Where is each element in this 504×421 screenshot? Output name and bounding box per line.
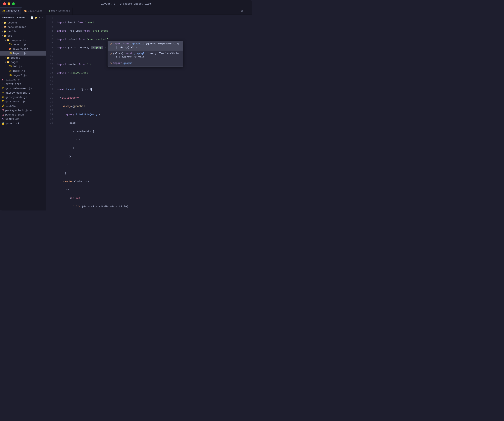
js-file-icon: JS	[9, 52, 12, 55]
code-line-10: <StaticQuery	[57, 96, 252, 100]
sidebar-item-gatsby-node[interactable]: JS gatsby-node.js	[0, 95, 46, 99]
refresh-icon[interactable]: ↻	[39, 16, 41, 19]
more-actions-icon[interactable]: ···	[245, 10, 250, 13]
sidebar-item-package-json[interactable]: {} package.json	[0, 113, 46, 117]
code-line-1: import React from 'react'	[57, 21, 252, 25]
js-file-icon: JS	[2, 87, 4, 90]
sidebar-label-gitignore: .gitignore	[4, 78, 19, 81]
tab-label-layout-css: layout.css	[28, 10, 42, 12]
code-line-20: render={data => (	[57, 179, 252, 184]
sidebar-item-gatsby-browser[interactable]: JS gatsby-browser.js	[0, 86, 46, 91]
folder-open-icon: 📂	[7, 61, 10, 64]
sidebar-label-cache: .cache	[8, 21, 17, 24]
js-file-icon: JS	[9, 70, 12, 72]
tab-user-settings[interactable]: {} User Settings	[45, 8, 72, 15]
sidebar-item-layout-css[interactable]: 🎨 layout.css	[0, 47, 46, 51]
folder-open-icon: 📂	[4, 35, 6, 37]
sidebar-item-gatsby-ssr[interactable]: JS gatsby-ssr.js	[0, 99, 46, 104]
code-line-21: <>	[57, 188, 252, 192]
sidebar: EXPLORER: CRBAU... 📄 📁 ↻ ⊟ ▶ 📁 .cache ▶ …	[0, 15, 46, 211]
tab-layout-css[interactable]: 🎨 layout.css	[22, 8, 45, 15]
folder-icon: 📦	[4, 26, 6, 29]
sidebar-label-header-js: header.js	[12, 43, 26, 46]
js-icon: JS	[2, 10, 5, 12]
sidebar-item-readme[interactable]: M↓ README.md	[0, 117, 46, 121]
sidebar-header: EXPLORER: CRBAU... 📄 📁 ↻ ⊟	[0, 15, 46, 21]
sidebar-item-package-lock[interactable]: {} package-lock.json	[0, 108, 46, 113]
sidebar-item-pages[interactable]: ▼ 📂 pages	[0, 60, 46, 64]
maximize-button[interactable]	[12, 2, 15, 5]
code-line-13: site {	[57, 121, 252, 125]
autocomplete-item-2[interactable]: ⬡ (alias) const graphql: (query: Templat…	[108, 51, 183, 60]
md-icon: M↓	[2, 118, 4, 120]
folder-icon: 📁	[4, 30, 6, 33]
minimize-button[interactable]	[8, 2, 10, 5]
settings-icon: {}	[48, 10, 50, 12]
js-file-icon: JS	[2, 91, 4, 94]
sidebar-item-prettierrc[interactable]: P .prettierrc	[0, 82, 46, 86]
autocomplete-text-2: (alias) const graphql: (query: TemplateS…	[113, 52, 179, 59]
autocomplete-item-1[interactable]: ⬡ export const graphql: (query: Template…	[108, 41, 183, 51]
tabbar-actions: ⧉ ···	[241, 10, 252, 13]
js-file-icon: JS	[2, 100, 4, 103]
collapse-icon[interactable]: ⊟	[42, 16, 43, 19]
sidebar-item-images[interactable]: ▶ 📁 images	[0, 56, 46, 60]
sidebar-item-node-modules[interactable]: ▶ 📦 node_modules	[0, 25, 46, 29]
sidebar-label-readme: README.md	[5, 118, 19, 121]
sidebar-item-src[interactable]: ▼ 📂 src	[0, 34, 46, 38]
sidebar-item-layout-js[interactable]: JS layout.js	[0, 51, 46, 56]
autocomplete-text-3: import graphql	[113, 62, 134, 65]
json-file-icon: {}	[2, 109, 4, 112]
code-editor[interactable]: 1 2 3 4 5 6 7 8 9 10 11 12 13 14 15 16 1	[46, 15, 252, 211]
js-file-icon: JS	[2, 96, 4, 99]
sidebar-item-404[interactable]: JS 404.js	[0, 64, 46, 69]
js-file-icon: JS	[9, 65, 12, 68]
alias-icon: ⬡	[110, 52, 112, 56]
new-folder-icon[interactable]: 📁	[35, 16, 38, 19]
sidebar-label-pages: pages	[11, 61, 18, 64]
sidebar-item-gatsby-config[interactable]: JS gatsby-config.js	[0, 91, 46, 95]
code-line-9: const Layout = ({ chil	[57, 87, 252, 92]
sidebar-item-public[interactable]: ▶ 📁 public	[0, 29, 46, 34]
code-line-2: import PropTypes from 'prop-types'	[57, 29, 252, 33]
sidebar-label-package-json: package.json	[5, 113, 24, 116]
sidebar-label-page-2-js: page-2.js	[12, 74, 26, 77]
code-line-12: query SiteTitleQuery {	[57, 113, 252, 117]
line-numbers: 1 2 3 4 5 6 7 8 9 10 11 12 13 14 15 16 1	[46, 15, 55, 211]
sidebar-item-page-2-js[interactable]: JS page-2.js	[0, 73, 46, 77]
sidebar-item-gitignore[interactable]: ◆ .gitignore	[0, 77, 46, 82]
sidebar-label-license: LICENSE	[6, 105, 17, 107]
sidebar-label-yarn-lock: yarn.lock	[6, 122, 19, 125]
tabbar: JS layout.js 🎨 layout.css {} User Settin…	[0, 8, 252, 15]
sidebar-label-gatsby-ssr: gatsby-ssr.js	[5, 100, 25, 103]
split-editor-icon[interactable]: ⧉	[241, 10, 243, 13]
chevron-down-icon: ▼	[5, 61, 6, 63]
code-line-22: <Helmet	[57, 196, 252, 200]
autocomplete-item-3[interactable]: ⬡ import graphql	[108, 60, 183, 66]
git-icon: ◆	[2, 78, 3, 81]
sidebar-label-404: 404.js	[12, 65, 22, 68]
sidebar-label-components: components	[11, 39, 26, 42]
export-icon: ⬡	[110, 42, 112, 46]
sidebar-label-images: images	[11, 56, 20, 59]
sidebar-item-yarn-lock[interactable]: 🔒 yarn.lock	[0, 121, 46, 126]
sidebar-item-components[interactable]: ▼ 📂 components	[0, 38, 46, 42]
code-line-16: }	[57, 146, 252, 150]
new-file-icon[interactable]: 📄	[31, 16, 34, 19]
sidebar-item-cache[interactable]: ▶ 📁 .cache	[0, 21, 46, 25]
code-line-11: query={graphql`	[57, 104, 252, 108]
chevron-down-icon: ▼	[2, 35, 3, 37]
tab-layout-js[interactable]: JS layout.js	[0, 8, 22, 15]
sidebar-item-header-js[interactable]: JS header.js	[0, 42, 46, 47]
sidebar-item-index-js[interactable]: JS index.js	[0, 69, 46, 73]
close-button[interactable]	[3, 2, 6, 5]
autocomplete-text-1: export const graphql: (query: TemplateSt…	[113, 42, 179, 49]
sidebar-header-actions: 📄 📁 ↻ ⊟	[31, 16, 43, 19]
folder-icon: 📁	[7, 56, 10, 59]
sidebar-title: EXPLORER: CRBAU...	[2, 17, 29, 19]
css-icon: 🎨	[24, 10, 27, 12]
sidebar-label-index-js: index.js	[12, 70, 25, 72]
sidebar-item-license[interactable]: 🔑 LICENSE	[0, 104, 46, 108]
code-line-17: }	[57, 154, 252, 159]
sidebar-label-gatsby-node: gatsby-node.js	[5, 96, 27, 99]
